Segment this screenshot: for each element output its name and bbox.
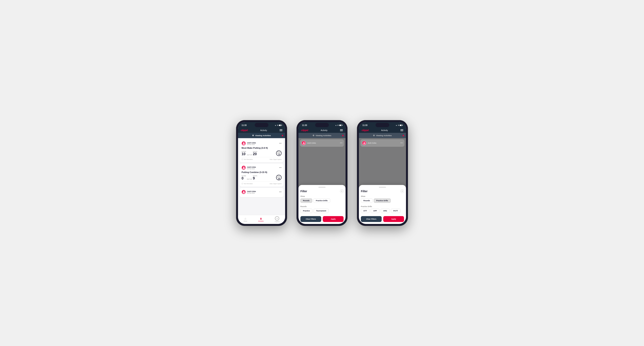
activity-card-3: Josh Coles 28 Feb 2023 ••• bbox=[240, 188, 284, 197]
avatar-2 bbox=[242, 166, 246, 170]
practice-drills-show-btn-2[interactable]: Practice Drills bbox=[313, 198, 330, 203]
phone-2: 11:33 ▲ ⊙ clippd Activity ⚙ Viewing bbox=[296, 120, 348, 226]
shot-quality-badge-1: Shot Quality 75 bbox=[276, 150, 282, 156]
activities-icon: ♟ bbox=[260, 217, 262, 220]
footer-info-2: ⓘ Test Information bbox=[242, 182, 253, 185]
status-icons-3: ▲ ⊙ bbox=[396, 124, 402, 126]
app-btn-3[interactable]: APP bbox=[371, 209, 380, 213]
user-name-3: Josh Coles bbox=[247, 190, 256, 192]
red-dot-2 bbox=[342, 135, 344, 136]
phone-3: 11:33 ▲ ⊙ clippd Activity ⚙ Viewing bbox=[357, 120, 408, 226]
time-1: 11:33 bbox=[242, 124, 247, 126]
show-label-3: Show bbox=[361, 195, 404, 197]
close-button-2[interactable]: ✕ bbox=[340, 189, 344, 193]
activity-card-2: Josh Coles 28 Feb 2023 ••• Putting Combi… bbox=[240, 164, 284, 187]
stats-row-1: Score 10 OUT OF Shots 20 Shot Quality bbox=[242, 151, 282, 156]
shot-quality-badge-2: Shot Quality 45 bbox=[276, 174, 282, 181]
dimmed-banner-3: ⚙ Viewing Activities bbox=[359, 133, 406, 138]
user-name-2: Josh Coles bbox=[247, 166, 256, 168]
avatar-peek-3 bbox=[362, 141, 366, 145]
user-date-2: 28 Feb 2023 bbox=[247, 168, 256, 170]
show-buttons-3: Rounds Practice Drills bbox=[361, 198, 404, 203]
nav-title-1: Activity bbox=[260, 129, 267, 132]
nav-activities-1[interactable]: ♟ Activities bbox=[258, 217, 264, 222]
more-button-1[interactable]: ••• bbox=[279, 142, 282, 145]
red-dot-3 bbox=[403, 135, 404, 136]
out-of-1: OUT OF bbox=[247, 154, 252, 156]
menu-button-3[interactable] bbox=[400, 129, 403, 131]
viewing-banner-1[interactable]: ⚙ Viewing Activities bbox=[238, 133, 285, 138]
svg-point-3 bbox=[303, 142, 304, 143]
battery-icon bbox=[279, 125, 282, 126]
capture-icon: + bbox=[275, 216, 279, 221]
activities-label: Activities bbox=[258, 220, 264, 222]
viewing-text-1: Viewing Activities bbox=[255, 134, 271, 137]
phone-1: 11:33 ▲ ⊙ clippd Activity ⚙ bbox=[236, 120, 287, 226]
user-peek-2: Josh Coles bbox=[302, 141, 316, 145]
more-button-2[interactable]: ••• bbox=[279, 166, 282, 169]
card-header-1: Josh Coles 28 Feb 2023 ••• bbox=[242, 141, 282, 146]
clear-filters-btn-3[interactable]: Clear Filters bbox=[361, 216, 382, 222]
close-button-3[interactable]: ✕ bbox=[400, 189, 404, 193]
wifi-icon-2: ⊙ bbox=[337, 124, 339, 126]
menu-button-2[interactable] bbox=[340, 129, 343, 131]
phone-3-screen: 11:33 ▲ ⊙ clippd Activity ⚙ Viewing bbox=[359, 122, 406, 224]
rounds-show-btn-2[interactable]: Rounds bbox=[300, 198, 312, 203]
nav-title-3: Activity bbox=[381, 129, 388, 132]
rounds-show-btn-3[interactable]: Rounds bbox=[361, 198, 373, 203]
filter-icon-dimmed-3: ⚙ bbox=[373, 134, 375, 137]
status-icons-2: ▲ ⊙ bbox=[335, 124, 342, 126]
practice-btn-2[interactable]: Practice bbox=[300, 209, 312, 213]
drills-buttons-3: OTT APP ARG PUTT bbox=[361, 209, 404, 213]
home-icon: ⌂ bbox=[244, 217, 246, 220]
dynamic-island bbox=[255, 123, 268, 127]
time-3: 11:33 bbox=[362, 124, 368, 126]
practice-drills-show-btn-3[interactable]: Practice Drills bbox=[374, 198, 391, 203]
more-button-3[interactable]: ••• bbox=[279, 191, 282, 193]
footer-right-1: Data: Clippd Capture bbox=[270, 159, 282, 160]
sheet-handle-2 bbox=[318, 187, 326, 187]
nav-capture-1[interactable]: + Capture bbox=[275, 216, 280, 222]
card-title-1: Must Make Putting (3-6 ft) bbox=[242, 147, 282, 149]
show-buttons-2: Rounds Practice Drills bbox=[300, 198, 344, 203]
phone-1-screen: 11:33 ▲ ⊙ clippd Activity ⚙ bbox=[238, 122, 285, 224]
sheet-handle-3 bbox=[379, 187, 386, 187]
tournament-btn-2[interactable]: Tournament bbox=[314, 209, 329, 213]
user-info-3: Josh Coles 28 Feb 2023 bbox=[247, 190, 256, 194]
menu-button-1[interactable] bbox=[280, 129, 282, 131]
status-icons-1: ▲ ⊙ bbox=[275, 124, 282, 126]
user-date-1: 28 Feb 2023 bbox=[247, 144, 256, 145]
putt-btn-3[interactable]: PUTT bbox=[391, 209, 401, 213]
logo-3: clippd bbox=[362, 129, 368, 132]
card-peek-2: Josh Coles ••• bbox=[298, 138, 346, 148]
nav-home-1[interactable]: ⌂ Home bbox=[244, 217, 247, 222]
clear-filters-btn-2[interactable]: Clear Filters bbox=[300, 216, 321, 222]
apply-btn-3[interactable]: Apply bbox=[383, 216, 404, 222]
more-peek-3: ••• bbox=[400, 142, 403, 144]
apply-btn-2[interactable]: Apply bbox=[323, 216, 344, 222]
signal-icon: ▲ bbox=[275, 124, 276, 126]
signal-icon-3: ▲ bbox=[396, 124, 397, 126]
logo-2: clippd bbox=[301, 129, 308, 132]
filter-sheet-3: Filter ✕ Show Rounds Practice Drills Pra… bbox=[359, 185, 406, 224]
nav-bar-1: clippd Activity bbox=[238, 128, 285, 133]
card-footer-1: ⓘ Test Information Data: Clippd Capture bbox=[242, 157, 282, 161]
card-user-3: Josh Coles 28 Feb 2023 bbox=[242, 190, 256, 194]
wifi-icon: ⊙ bbox=[277, 124, 278, 126]
arg-btn-3[interactable]: ARG bbox=[381, 209, 390, 213]
card-footer-2: ⓘ Test Information Data: Clippd Capture bbox=[242, 181, 282, 185]
user-info-peek-3: Josh Coles bbox=[368, 142, 376, 144]
filter-icon-1: ⚙ bbox=[252, 134, 254, 137]
shots-value-1: 20 bbox=[253, 152, 257, 156]
cards-area-1[interactable]: Josh Coles 28 Feb 2023 ••• Must Make Put… bbox=[238, 138, 285, 215]
sheet-footer-3: Clear Filters Apply bbox=[361, 216, 404, 222]
user-name-peek-3: Josh Coles bbox=[368, 142, 376, 144]
footer-right-2: Data: Clippd Capture bbox=[270, 183, 282, 184]
svg-point-1 bbox=[243, 167, 244, 168]
svg-point-4 bbox=[364, 142, 364, 143]
ott-btn-3[interactable]: OTT bbox=[361, 209, 370, 213]
battery-icon-2 bbox=[339, 125, 342, 126]
signal-icon-2: ▲ bbox=[335, 124, 337, 126]
practice-drills-section-label-3: Practice Drills bbox=[361, 205, 404, 207]
shots-value-2: 9 bbox=[253, 176, 257, 180]
